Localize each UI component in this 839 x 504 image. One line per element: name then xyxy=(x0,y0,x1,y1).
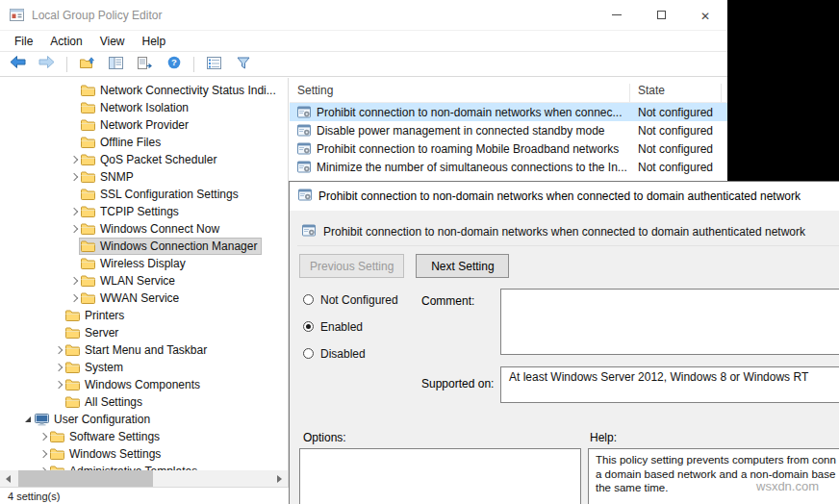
tree-item-windows-settings[interactable]: Windows Settings xyxy=(0,445,288,463)
toolbar-up-folder-button[interactable] xyxy=(75,54,99,75)
chevron-collapsed-icon[interactable] xyxy=(67,168,80,186)
menu-file[interactable]: File xyxy=(6,33,41,50)
tree-item-label: WWAN Service xyxy=(100,291,179,305)
policy-list-row-0[interactable]: Prohibit connection to non-domain networ… xyxy=(290,103,727,121)
chevron-collapsed-icon[interactable] xyxy=(67,151,80,168)
no-chevron xyxy=(67,238,80,255)
setting-cell: Prohibit connection to non-domain networ… xyxy=(290,106,630,119)
policy-name: Prohibit connection to non-domain networ… xyxy=(323,225,805,239)
supported-on-label: Supported on: xyxy=(421,377,494,391)
chevron-collapsed-icon[interactable] xyxy=(37,445,49,463)
column-header-setting[interactable]: Setting xyxy=(290,84,630,102)
toolbar-console-tree-button[interactable] xyxy=(104,54,128,75)
toolbar-export-list-button[interactable] xyxy=(133,54,157,75)
policy-name-row: Prohibit connection to non-domain networ… xyxy=(302,224,836,239)
policy-list-row-3[interactable]: Minimize the number of simultaneous conn… xyxy=(290,158,727,176)
radio-enabled[interactable]: Enabled xyxy=(303,320,398,333)
tree-item-wireless-display[interactable]: Wireless Display xyxy=(0,255,288,272)
scrollbar-thumb[interactable] xyxy=(18,470,153,487)
titlebar[interactable]: Local Group Policy Editor ✕ xyxy=(0,0,727,31)
no-chevron xyxy=(52,324,64,341)
next-setting-button[interactable]: Next Setting xyxy=(416,254,509,278)
scroll-right-icon[interactable] xyxy=(271,470,288,487)
forward-icon xyxy=(38,55,56,73)
tree-item-system[interactable]: System xyxy=(0,359,288,376)
chevron-collapsed-icon[interactable] xyxy=(37,428,49,445)
tree-item-software-settings[interactable]: Software Settings xyxy=(0,428,288,445)
maximize-icon xyxy=(657,11,666,19)
policy-list-row-1[interactable]: Disable power management in connected st… xyxy=(290,121,727,139)
maximize-button[interactable] xyxy=(639,0,683,30)
horizontal-scrollbar[interactable] xyxy=(0,470,288,487)
tree-item-all-settings[interactable]: All Settings xyxy=(0,393,288,411)
tree-item-network-isolation[interactable]: Network Isolation xyxy=(0,99,288,116)
policy-list-row-2[interactable]: Prohibit connection to roaming Mobile Br… xyxy=(290,139,727,158)
no-chevron xyxy=(67,186,80,203)
close-button[interactable]: ✕ xyxy=(683,0,727,30)
tree-node: Wireless Display xyxy=(80,256,190,271)
comment-input[interactable] xyxy=(500,289,839,355)
chevron-collapsed-icon[interactable] xyxy=(67,203,80,220)
tree-item-label: All Settings xyxy=(85,395,142,409)
tree-item-label: Software Settings xyxy=(69,430,160,443)
radio-button-icon xyxy=(303,294,314,305)
tree-item-label: Network Provider xyxy=(100,118,189,132)
toolbar-list-view-button[interactable] xyxy=(202,54,226,75)
minimize-button[interactable] xyxy=(595,0,639,30)
help-text-panel[interactable]: This policy setting prevents computers f… xyxy=(588,448,839,504)
policy-icon xyxy=(297,142,311,155)
menu-help[interactable]: Help xyxy=(134,33,175,50)
dialog-titlebar[interactable]: Prohibit connection to non-domain networ… xyxy=(290,182,839,211)
tree-item-wlan-service[interactable]: WLAN Service xyxy=(0,272,288,290)
tree-item-offline-files[interactable]: Offline Files xyxy=(0,134,288,151)
radio-not-configured[interactable]: Not Configured xyxy=(303,293,398,306)
toolbar-help-button[interactable]: ? xyxy=(162,54,186,75)
radio-disabled[interactable]: Disabled xyxy=(303,347,398,360)
tree-item-windows-connection-manager[interactable]: Windows Connection Manager xyxy=(0,238,288,255)
toolbar-back-button[interactable] xyxy=(6,54,30,75)
list-view-icon xyxy=(207,56,221,73)
tree-node: User Configuration xyxy=(34,412,154,427)
tree-node: Start Menu and Taskbar xyxy=(64,342,211,358)
scrollbar-track[interactable] xyxy=(16,470,271,487)
console-tree-pane: Network Connectivity Status Indi...Netwo… xyxy=(0,78,289,487)
radio-label: Enabled xyxy=(320,320,363,334)
toolbar-filter-button[interactable] xyxy=(231,54,255,75)
tree-item-server[interactable]: Server xyxy=(0,324,288,341)
tree-item-network-connectivity-status-indi[interactable]: Network Connectivity Status Indi... xyxy=(0,82,288,99)
chevron-collapsed-icon[interactable] xyxy=(67,290,80,307)
folder-icon xyxy=(65,379,80,391)
tree-item-network-provider[interactable]: Network Provider xyxy=(0,116,288,134)
tree-item-windows-components[interactable]: Windows Components xyxy=(0,376,288,393)
toolbar-forward-button[interactable] xyxy=(35,54,59,75)
tree-item-label: Windows Components xyxy=(85,378,200,391)
tree-node: TCPIP Settings xyxy=(80,204,183,219)
tree-item-windows-connect-now[interactable]: Windows Connect Now xyxy=(0,220,288,238)
toolbar-separator xyxy=(66,57,67,72)
menu-view[interactable]: View xyxy=(91,33,134,50)
tree-item-tcpip-settings[interactable]: TCPIP Settings xyxy=(0,203,288,220)
tree-node: WLAN Service xyxy=(80,273,179,289)
tree-item-user-configuration[interactable]: User Configuration xyxy=(0,411,288,428)
scroll-left-icon[interactable] xyxy=(0,470,16,487)
folder-icon xyxy=(81,137,95,148)
supported-on-value[interactable]: At least Windows Server 2012, Windows 8 … xyxy=(500,366,839,403)
chevron-expanded-icon[interactable] xyxy=(21,411,34,428)
tree-item-wwan-service[interactable]: WWAN Service xyxy=(0,290,288,307)
chevron-collapsed-icon[interactable] xyxy=(52,359,64,376)
separator xyxy=(297,245,839,246)
tree-node: Software Settings xyxy=(49,429,164,444)
chevron-collapsed-icon[interactable] xyxy=(67,272,80,290)
column-header-state[interactable]: State xyxy=(630,84,722,102)
tree-item-printers[interactable]: Printers xyxy=(0,307,288,324)
no-chevron xyxy=(52,393,64,411)
tree-item-ssl-configuration-settings[interactable]: SSL Configuration Settings xyxy=(0,186,288,203)
chevron-collapsed-icon[interactable] xyxy=(52,341,64,359)
tree-item-qos-packet-scheduler[interactable]: QoS Packet Scheduler xyxy=(0,151,288,168)
chevron-collapsed-icon[interactable] xyxy=(52,376,64,393)
chevron-collapsed-icon[interactable] xyxy=(67,220,80,238)
tree-item-start-menu-and-taskbar[interactable]: Start Menu and Taskbar xyxy=(0,341,288,359)
tree-item-snmp[interactable]: SNMP xyxy=(0,168,288,186)
previous-setting-button[interactable]: Previous Setting xyxy=(299,254,404,278)
menu-action[interactable]: Action xyxy=(41,33,90,50)
